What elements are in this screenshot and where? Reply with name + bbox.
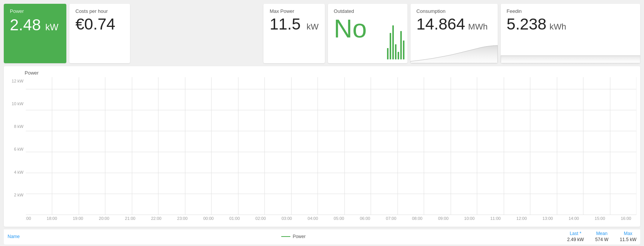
legend-stat-max: Max 11.5 kW xyxy=(620,231,636,242)
y-label-10kw: 10 kW xyxy=(8,101,26,106)
last-value: 2.49 kW xyxy=(567,237,584,242)
mini-bar xyxy=(390,33,391,59)
x-label: 14:00 xyxy=(569,216,579,221)
x-label: 02:00 xyxy=(255,216,266,221)
max-value: 11.5 kW xyxy=(620,237,636,242)
legend-stat-last: Last * 2.49 kW xyxy=(567,231,584,242)
power-card: Power 2.48 kW xyxy=(4,4,66,63)
mini-bar xyxy=(403,40,404,59)
mini-bars xyxy=(384,4,407,63)
chart-wrapper: 12 kW 10 kW 8 kW 6 kW 4 kW 2 kW xyxy=(8,77,636,227)
x-label: 15:00 xyxy=(595,216,605,221)
x-label: 12:00 xyxy=(516,216,527,221)
feedin-card: Feedin 5.238 kWh xyxy=(501,4,640,63)
x-label: 04:00 xyxy=(308,216,318,221)
x-label: 11:00 xyxy=(490,216,501,221)
dashboard: Power 2.48 kW Costs per hour €0.74 Max P… xyxy=(0,0,644,246)
x-label: 22:00 xyxy=(151,216,161,221)
legend-line-power xyxy=(281,236,290,237)
x-label: 07:00 xyxy=(386,216,396,221)
costs-value: €0.74 xyxy=(75,16,124,33)
y-axis: 12 kW 10 kW 8 kW 6 kW 4 kW 2 kW xyxy=(8,77,26,227)
mini-bar xyxy=(398,52,399,59)
x-label: 05:00 xyxy=(334,216,344,221)
legend-item-power: Power xyxy=(281,234,306,239)
x-label: 09:00 xyxy=(438,216,449,221)
x-label: 00:00 xyxy=(203,216,214,221)
x-label: 19:00 xyxy=(73,216,83,221)
outdated-card: Outdated No xyxy=(328,4,407,63)
name-column-header: Name xyxy=(8,234,20,239)
feedin-label: Feedin xyxy=(507,8,634,14)
x-label: 13:00 xyxy=(542,216,553,221)
maxpower-value: 11.5 kW xyxy=(270,16,318,33)
mean-value: 574 W xyxy=(595,237,608,242)
mini-bar xyxy=(400,31,402,59)
mini-bar xyxy=(387,48,389,59)
power-value: 2.48 kW xyxy=(10,16,60,34)
y-label-6kw: 6 kW xyxy=(8,147,26,151)
x-label: 06:00 xyxy=(360,216,370,221)
legend-row: Name Power Last * 2.49 kW Mean 574 W Max… xyxy=(4,229,640,244)
x-label: 08:00 xyxy=(412,216,423,221)
feedin-mini-chart xyxy=(501,42,640,63)
legend-item-label: Power xyxy=(293,234,306,239)
x-label: 17:00 xyxy=(26,216,31,221)
consumption-label: Consumption xyxy=(417,8,492,14)
y-label-8kw: 8 kW xyxy=(8,124,26,129)
x-label: 03:00 xyxy=(282,216,292,221)
last-header: Last * xyxy=(570,231,581,236)
costs-card: Costs per hour €0.74 xyxy=(69,4,130,63)
feedin-value: 5.238 xyxy=(507,16,547,33)
y-label-2kw: 2 kW xyxy=(8,193,26,197)
x-label: 10:00 xyxy=(464,216,475,221)
legend-stat-mean: Mean 574 W xyxy=(595,231,608,242)
x-label: 20:00 xyxy=(99,216,110,221)
x-axis: 17:00 18:00 19:00 20:00 21:00 22:00 23:0… xyxy=(26,216,636,227)
consumption-card: Consumption 14.864 MWh xyxy=(411,4,498,63)
mini-bar xyxy=(392,25,394,59)
consumption-mini-chart xyxy=(411,42,498,63)
chart-title: Power xyxy=(8,70,636,76)
legend-stats: Last * 2.49 kW Mean 574 W Max 11.5 kW xyxy=(567,231,636,242)
maxpower-label: Max Power xyxy=(270,8,318,14)
x-label: 16:00 xyxy=(621,216,631,221)
y-label-12kw: 12 kW xyxy=(8,79,26,83)
cards-row: Power 2.48 kW Costs per hour €0.74 Max P… xyxy=(0,0,644,66)
mean-header: Mean xyxy=(596,231,608,236)
x-label: 23:00 xyxy=(177,216,188,221)
costs-label: Costs per hour xyxy=(75,8,124,14)
x-label: 01:00 xyxy=(229,216,240,221)
mini-bar xyxy=(395,44,396,59)
y-label-4kw: 4 kW xyxy=(8,170,26,174)
max-header: Max xyxy=(624,231,633,236)
chart-inner[interactable]: 17:00 18:00 19:00 20:00 21:00 22:00 23:0… xyxy=(26,77,636,227)
maxpower-card: Max Power 11.5 kW xyxy=(263,4,324,63)
consumption-value: 14.864 xyxy=(417,16,465,33)
x-label: 21:00 xyxy=(125,216,136,221)
x-label: 18:00 xyxy=(47,216,57,221)
main-chart-section: Power 12 kW 10 kW 8 kW 6 kW 4 kW 2 kW xyxy=(4,66,640,227)
power-label: Power xyxy=(10,8,60,14)
